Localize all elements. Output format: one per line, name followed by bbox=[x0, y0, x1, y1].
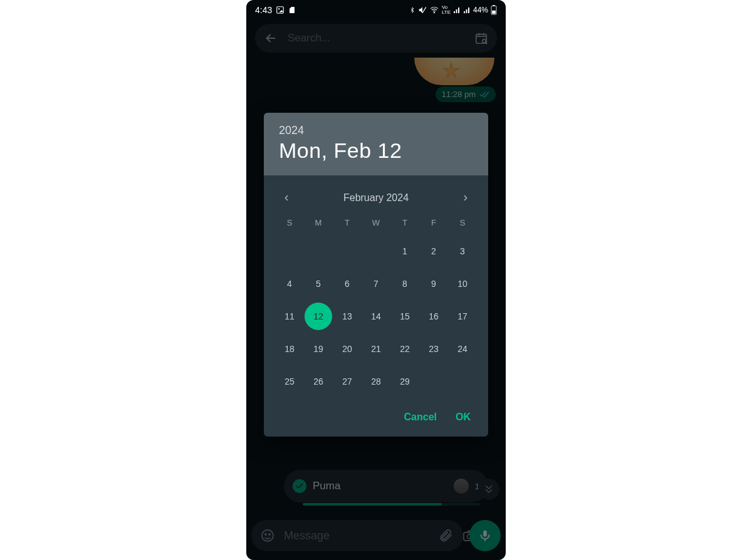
svg-rect-6 bbox=[492, 11, 496, 14]
search-bar bbox=[255, 24, 497, 53]
day-of-week-header: S bbox=[448, 218, 477, 232]
message-input[interactable] bbox=[284, 529, 429, 542]
signal-icon-2 bbox=[463, 6, 471, 14]
calendar-day-11[interactable]: 11 bbox=[276, 303, 303, 330]
svg-point-11 bbox=[269, 534, 270, 535]
day-of-week-header: M bbox=[304, 218, 333, 232]
calendar-cell-empty bbox=[276, 237, 303, 265]
day-of-week-header: W bbox=[362, 218, 390, 232]
calendar-day-15[interactable]: 15 bbox=[391, 303, 419, 330]
calendar-cell-empty bbox=[305, 237, 332, 265]
calendar-day-28[interactable]: 28 bbox=[362, 368, 390, 395]
calendar-day-25[interactable]: 25 bbox=[276, 368, 303, 395]
day-of-week-header: F bbox=[419, 218, 448, 232]
bluetooth-icon bbox=[409, 6, 415, 14]
emoji-button[interactable] bbox=[260, 528, 275, 543]
calendar-day-16[interactable]: 16 bbox=[420, 303, 447, 330]
wifi-icon bbox=[429, 6, 439, 14]
battery-icon bbox=[491, 5, 497, 15]
svg-point-1 bbox=[278, 8, 279, 9]
calendar-day-7[interactable]: 7 bbox=[362, 270, 390, 298]
calendar-day-10[interactable]: 10 bbox=[449, 270, 476, 298]
calendar-day-29[interactable]: 29 bbox=[391, 368, 419, 395]
back-button[interactable] bbox=[264, 31, 278, 45]
calendar-day-22[interactable]: 22 bbox=[391, 335, 419, 363]
day-of-week-header: T bbox=[333, 218, 362, 232]
calendar-day-12[interactable]: 12 bbox=[305, 303, 332, 330]
date-picker-header: 2024 Mon, Feb 12 bbox=[264, 113, 488, 175]
svg-rect-5 bbox=[493, 5, 494, 6]
read-checks-icon bbox=[479, 91, 489, 98]
calendar-cell-empty bbox=[362, 237, 390, 265]
sticker-image bbox=[414, 58, 494, 85]
month-label: February 2024 bbox=[343, 192, 409, 204]
calendar-search-button[interactable] bbox=[474, 31, 488, 45]
date-picker-modal: 2024 Mon, Feb 12 February 2024 SMTWTFS12… bbox=[264, 113, 488, 437]
phone-frame: 4:43 VoLTE bbox=[246, 0, 506, 560]
draft-progress bbox=[303, 503, 481, 506]
attach-button[interactable] bbox=[438, 528, 453, 543]
calendar-day-5[interactable]: 5 bbox=[305, 270, 332, 298]
message-time: 11:28 pm bbox=[442, 90, 476, 99]
calendar-day-4[interactable]: 4 bbox=[276, 270, 303, 298]
sdcard-icon bbox=[288, 6, 296, 14]
calendar-day-13[interactable]: 13 bbox=[333, 303, 361, 330]
day-of-week-header: S bbox=[275, 218, 304, 232]
battery-text: 44% bbox=[473, 6, 488, 14]
svg-point-3 bbox=[434, 13, 434, 13]
mute-icon bbox=[418, 6, 427, 14]
signal-icon-1 bbox=[453, 6, 461, 14]
calendar-day-21[interactable]: 21 bbox=[362, 335, 390, 363]
svg-point-9 bbox=[262, 530, 273, 541]
draft-title: Puma bbox=[313, 480, 447, 492]
calendar-day-1[interactable]: 1 bbox=[391, 237, 419, 265]
network-label: VoLTE bbox=[442, 5, 451, 15]
calendar-day-6[interactable]: 6 bbox=[333, 270, 361, 298]
draft-avatar bbox=[454, 479, 469, 494]
next-month-button[interactable] bbox=[457, 189, 474, 207]
search-input[interactable] bbox=[288, 32, 464, 44]
cancel-button[interactable]: Cancel bbox=[404, 412, 437, 423]
scroll-down-button[interactable] bbox=[478, 479, 499, 500]
calendar-day-2[interactable]: 2 bbox=[420, 237, 447, 265]
verified-icon bbox=[293, 479, 306, 493]
date-picker-date-string[interactable]: Mon, Feb 12 bbox=[279, 138, 473, 163]
calendar-grid: SMTWTFS123456789101112131415161718192021… bbox=[275, 218, 477, 395]
calendar-day-3[interactable]: 3 bbox=[449, 237, 476, 265]
svg-line-2 bbox=[422, 7, 426, 13]
calendar-day-26[interactable]: 26 bbox=[305, 368, 332, 395]
svg-rect-7 bbox=[476, 34, 487, 44]
draft-pill[interactable]: Puma 1 bbox=[284, 470, 488, 502]
day-of-week-header: T bbox=[390, 218, 419, 232]
calendar-day-24[interactable]: 24 bbox=[449, 335, 476, 363]
svg-point-10 bbox=[265, 534, 266, 535]
image-icon bbox=[276, 6, 285, 14]
date-picker-year[interactable]: 2024 bbox=[279, 124, 473, 137]
prev-month-button[interactable] bbox=[278, 189, 295, 207]
calendar-day-27[interactable]: 27 bbox=[333, 368, 361, 395]
calendar-cell-empty bbox=[333, 237, 361, 265]
calendar-day-20[interactable]: 20 bbox=[333, 335, 361, 363]
calendar-day-18[interactable]: 18 bbox=[276, 335, 303, 363]
calendar-day-19[interactable]: 19 bbox=[305, 335, 332, 363]
message-input-bar bbox=[251, 520, 463, 551]
calendar-day-14[interactable]: 14 bbox=[362, 303, 390, 330]
calendar-day-8[interactable]: 8 bbox=[391, 270, 419, 298]
calendar-day-17[interactable]: 17 bbox=[449, 303, 476, 330]
ok-button[interactable]: OK bbox=[456, 412, 471, 423]
mic-button[interactable] bbox=[469, 520, 501, 551]
message-time-pill: 11:28 pm bbox=[436, 86, 496, 102]
svg-point-8 bbox=[483, 39, 486, 43]
calendar-day-23[interactable]: 23 bbox=[420, 335, 447, 363]
status-bar: 4:43 VoLTE bbox=[246, 0, 506, 20]
calendar-day-9[interactable]: 9 bbox=[420, 270, 447, 298]
status-time: 4:43 bbox=[255, 5, 272, 15]
